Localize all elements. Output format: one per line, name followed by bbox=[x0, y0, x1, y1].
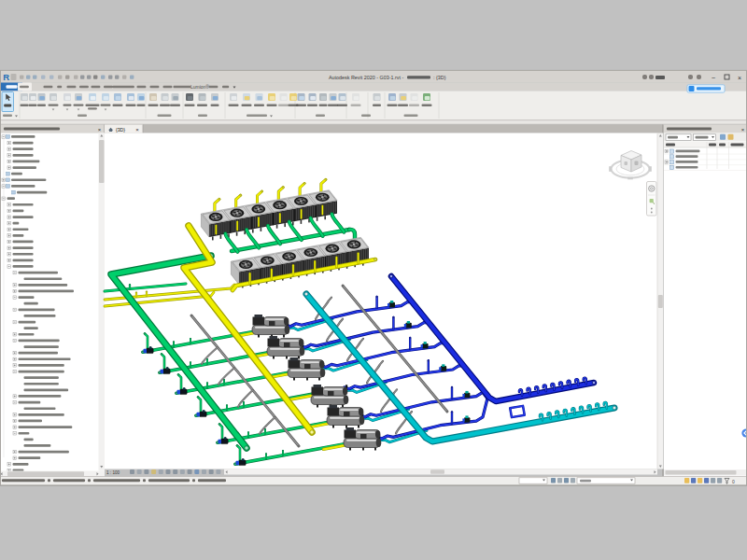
svg-text:–: – bbox=[712, 74, 715, 80]
svg-text:×: × bbox=[98, 127, 102, 133]
svg-text:×: × bbox=[135, 127, 139, 133]
svg-text:×: × bbox=[738, 75, 741, 81]
svg-text:Lumion®: Lumion® bbox=[190, 84, 209, 90]
svg-text:: {3D}: : {3D} bbox=[433, 75, 446, 80]
svg-text:Autodesk Revit 2020 - G03-1.rv: Autodesk Revit 2020 - G03-1.rvt - bbox=[329, 75, 404, 80]
svg-text:×: × bbox=[741, 127, 745, 133]
svg-text:1 : 100: 1 : 100 bbox=[106, 470, 120, 475]
svg-text:0: 0 bbox=[732, 479, 735, 484]
svg-text:{3D}: {3D} bbox=[116, 127, 125, 133]
svg-text:R: R bbox=[3, 72, 9, 82]
